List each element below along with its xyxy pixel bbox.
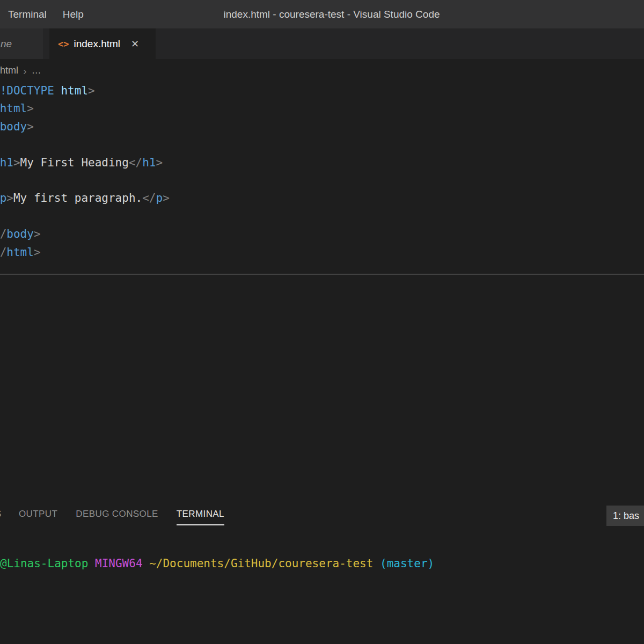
panel-tab-output[interactable]: OUTPUT xyxy=(19,509,57,525)
code-line: <!DOCTYPE html> xyxy=(0,82,644,100)
tab-close-icon[interactable]: ✕ xyxy=(131,38,139,50)
code-lines: <!DOCTYPE html><html><body> <h1>My First… xyxy=(0,82,644,261)
code-line: <h1>My First Heading</h1> xyxy=(0,154,644,172)
breadcrumb: html › … xyxy=(0,59,644,82)
html-file-icon: <> xyxy=(58,39,69,49)
terminal-prompt-segment: (master) xyxy=(373,557,434,570)
code-line xyxy=(0,208,644,225)
split-divider[interactable] xyxy=(0,274,644,275)
tab-index-html[interactable]: <> index.html ✕ xyxy=(49,28,156,59)
panel-tab-debug-console[interactable]: DEBUG CONSOLE xyxy=(76,509,158,525)
title-bar: Terminal Help index.html - couresera-tes… xyxy=(0,0,644,28)
panel-tab-partial-label: S xyxy=(0,509,2,519)
code-line: <html> xyxy=(0,100,644,118)
code-editor[interactable]: <!DOCTYPE html><html><body> <h1>My First… xyxy=(0,82,644,274)
menu-item-terminal[interactable]: Terminal xyxy=(0,0,55,28)
tab-label: index.html xyxy=(74,38,120,50)
code-line: <p>My first paragraph.</p> xyxy=(0,189,644,207)
chevron-right-icon: › xyxy=(23,65,27,76)
panel-header: S OUTPUT DEBUG CONSOLE TERMINAL 1: bas xyxy=(0,502,644,531)
tab-partial-label: ne xyxy=(0,38,12,50)
window-title: index.html - couresera-test - Visual Stu… xyxy=(19,9,644,20)
terminal-shell-selector[interactable]: 1: bas xyxy=(606,506,644,526)
terminal-prompt-segment: ~/Documents/GitHub/couresera-test xyxy=(143,557,374,570)
code-line xyxy=(0,172,644,189)
terminal-prompt-segment: @Linas-Laptop xyxy=(0,557,88,570)
tab-partial[interactable]: ne xyxy=(0,28,43,59)
terminal-prompt-line: @Linas-Laptop MINGW64 ~/Documents/GitHub… xyxy=(0,531,644,570)
editor-tab-bar: ne <> index.html ✕ xyxy=(0,28,644,59)
terminal-area[interactable]: @Linas-Laptop MINGW64 ~/Documents/GitHub… xyxy=(0,531,644,644)
panel-tabs: OUTPUT DEBUG CONSOLE TERMINAL xyxy=(0,502,644,525)
panel-tab-partial[interactable]: S xyxy=(0,509,5,519)
terminal-shell-selector-label: 1: bas xyxy=(613,510,639,522)
panel-tab-terminal[interactable]: TERMINAL xyxy=(177,509,224,525)
code-line: </body> xyxy=(0,225,644,243)
code-line: </html> xyxy=(0,244,644,261)
code-line: <body> xyxy=(0,118,644,136)
terminal-prompt-segment: MINGW64 xyxy=(88,557,142,570)
breadcrumb-ellipsis[interactable]: … xyxy=(32,65,41,76)
vscode-window: Terminal Help index.html - couresera-tes… xyxy=(0,0,644,644)
breadcrumb-item-html[interactable]: html xyxy=(0,65,18,76)
code-line xyxy=(0,136,644,153)
menu-item-help[interactable]: Help xyxy=(55,0,92,28)
